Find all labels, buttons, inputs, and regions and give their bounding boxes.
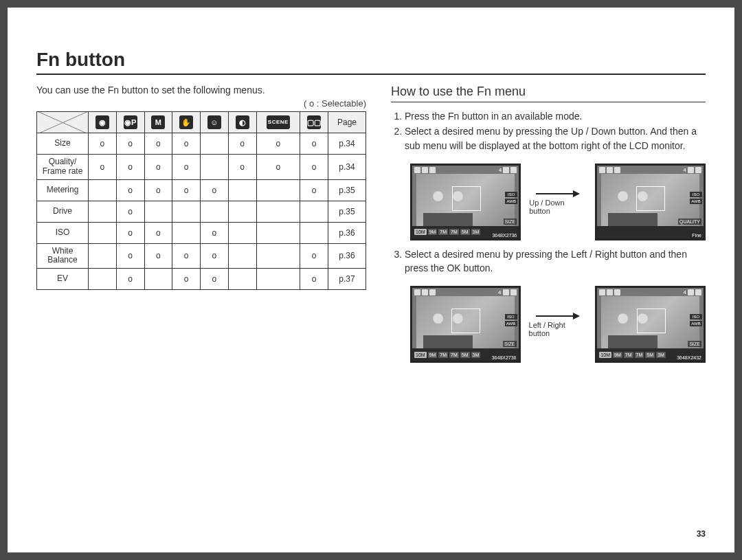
shots-remaining: 4 (499, 167, 502, 173)
size-chip: 10M (599, 352, 611, 358)
size-chip: 7M (635, 352, 644, 358)
row-label: EV (37, 269, 89, 290)
steps-list-cont: Select a desired menu by pressing the Le… (391, 247, 706, 276)
status-icon (503, 167, 509, 173)
focus-box (452, 186, 481, 211)
row-label: Size (37, 133, 89, 155)
lcd-preview-after-2: 4ISOAWBSIZE10M9M7M7M5M3M3648X2432 (595, 286, 706, 363)
size-chip: 7M (438, 352, 448, 358)
badge: AWB (690, 199, 702, 204)
two-column-layout: You can use the Fn button to set the fol… (36, 85, 706, 370)
page-ref-cell: p.34 (328, 155, 366, 180)
badge: ISO (690, 192, 702, 197)
table-cell (89, 222, 117, 243)
focus-box (451, 309, 480, 333)
table-cell (256, 269, 300, 290)
lcd-top-row: 4 (414, 167, 517, 173)
right-column: How to use the Fn menu Press the Fn butt… (391, 85, 706, 370)
resolution-label: Fine (692, 233, 701, 238)
table-cell (256, 179, 300, 201)
row-label: ISO (37, 222, 89, 243)
table-corner-cell (37, 112, 89, 133)
status-icon (695, 289, 701, 295)
table-cell: o (116, 155, 144, 180)
menu-side-label: SIZE (504, 219, 517, 225)
arrow-leftright: Left / Right button (529, 311, 587, 337)
side-badges: ISOAWB (690, 192, 702, 204)
lcd-preview-after-1: 4ISOAWBQUALITYFine (595, 164, 706, 240)
table-row: Meteringooooop.35 (37, 179, 366, 201)
table-cell: o (116, 179, 144, 201)
step-3: Select a desired menu by pressing the Le… (405, 247, 706, 276)
step-1: Press the Fn button in an available mode… (405, 109, 706, 123)
table-cell: o (300, 133, 328, 155)
size-chip: 10M (414, 229, 427, 235)
status-icon (414, 167, 420, 173)
size-chip: 7M (438, 229, 448, 235)
status-icon (614, 289, 620, 295)
step-2: Select a desired menu by pressing the Up… (405, 124, 706, 153)
left-column: You can use the Fn button to set the fol… (36, 85, 366, 370)
fn-menu-table: ◉ ◉P M ✋ ☺ ◐ SCENE ▢▢ Page Sizeooooooop.… (36, 111, 366, 290)
table-cell: o (116, 243, 144, 269)
table-cell: o (116, 201, 144, 222)
table-cell: o (201, 222, 229, 243)
mode-video-header: ▢▢ (300, 112, 328, 133)
table-cell: o (228, 133, 256, 155)
table-cell (201, 155, 229, 180)
table-cell (256, 201, 300, 222)
table-cell: o (300, 179, 328, 201)
size-chip: 7M (624, 352, 633, 358)
status-icon (688, 167, 694, 173)
row-label: Quality/ Frame rate (37, 155, 89, 180)
page-ref-cell: p.36 (328, 243, 366, 269)
lcd-top-row: 4 (414, 289, 517, 295)
table-row: Quality/ Frame rateooooooop.34 (37, 155, 366, 180)
size-chip: 5M (645, 352, 655, 358)
table-cell: o (89, 155, 117, 180)
table-row: White Balanceooooop.36 (37, 243, 366, 269)
focus-box (636, 186, 665, 211)
shots-remaining: 4 (498, 289, 501, 295)
size-chip: 10M (414, 352, 427, 358)
mode-night-header: ◐ (228, 112, 256, 133)
table-row: EVoooop.37 (37, 269, 366, 290)
page-ref-cell: p.35 (328, 201, 366, 222)
table-cell (144, 201, 172, 222)
table-cell: o (116, 222, 144, 243)
mode-dis-header: ✋ (172, 112, 201, 133)
page-ref-cell: p.37 (328, 269, 366, 290)
face-icon: ☺ (207, 115, 221, 129)
status-icon (695, 167, 701, 173)
table-cell: o (172, 243, 201, 269)
table-cell: o (144, 243, 172, 269)
table-cell: o (256, 155, 300, 180)
subheading: How to use the Fn menu (391, 85, 706, 102)
table-row: Driveop.35 (37, 201, 366, 222)
side-badges: ISOAWB (690, 314, 702, 326)
badge: AWB (505, 199, 517, 204)
camera-p-icon: ◉P (124, 115, 137, 129)
status-icon (422, 289, 428, 295)
lcd-preview-before-1: 4ISOAWBSIZE10M9M7M7M5M3M3648X2736 (410, 164, 521, 240)
size-chip: 7M (449, 352, 459, 358)
row-label: Metering (37, 179, 89, 201)
table-cell (201, 133, 229, 155)
badge: ISO (690, 314, 702, 320)
table-cell (144, 269, 172, 290)
scene-icon: SCENE (267, 115, 290, 129)
manual-page: Fn button You can use the Fn button to s… (8, 8, 734, 552)
row-label: Drive (37, 201, 89, 222)
arrow-updown: Up / Down button (529, 189, 587, 215)
page-title: Fn button (36, 49, 706, 75)
page-ref-cell: p.36 (328, 222, 366, 243)
table-cell (89, 243, 117, 269)
table-cell (256, 243, 300, 269)
resolution-label: 3648X2432 (677, 355, 701, 360)
size-chip: 7M (449, 229, 459, 235)
table-cell: o (172, 179, 201, 201)
badge: AWB (505, 321, 517, 326)
side-badges: ISOAWB (505, 192, 517, 204)
table-cell: o (144, 179, 172, 201)
status-icon (429, 289, 436, 295)
